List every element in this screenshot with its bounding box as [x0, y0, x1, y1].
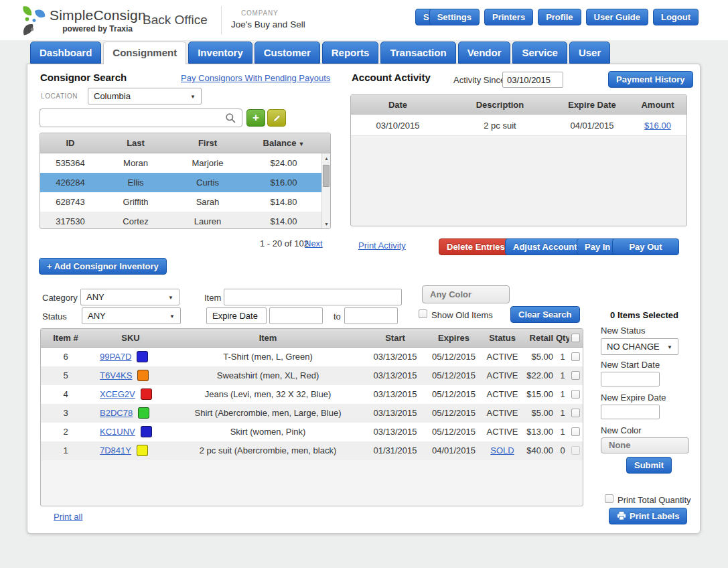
tab[interactable]: Reports: [322, 42, 379, 64]
activity-table-body: 03/10/2015 2 pc suit 04/01/2015 $16.00: [351, 115, 686, 136]
new-status-select[interactable]: NO CHANGE▼: [601, 338, 678, 355]
color-swatch: [137, 445, 148, 456]
status-select[interactable]: ANY▼: [82, 307, 181, 324]
nav-button[interactable]: Printers: [484, 9, 533, 25]
col-sku[interactable]: SKU: [90, 329, 171, 347]
amount-link[interactable]: $16.00: [644, 121, 671, 131]
col-item-num[interactable]: Item #: [41, 329, 90, 347]
col-qty[interactable]: Qty: [556, 329, 569, 347]
tab[interactable]: Vendor: [458, 42, 511, 64]
any-color-button[interactable]: Any Color: [422, 285, 510, 303]
consignor-search-input[interactable]: [40, 109, 242, 127]
add-consignor-inventory-button[interactable]: + Add Consignor Inventory: [39, 258, 167, 275]
consignor-row[interactable]: 535364 Moran Marjorie $24.00: [40, 153, 323, 173]
tab[interactable]: Consignment: [103, 42, 186, 64]
col-start[interactable]: Start: [365, 329, 425, 347]
clear-search-button[interactable]: Clear Search: [510, 306, 580, 323]
category-select[interactable]: ANY▼: [80, 289, 179, 305]
col-amount[interactable]: Amount: [629, 95, 686, 115]
consignor-row[interactable]: 426284 Ellis Curtis $16.00: [40, 173, 323, 192]
scroll-down-icon[interactable]: ▼: [322, 220, 331, 228]
col-balance[interactable]: Balance▼: [244, 133, 323, 153]
simpleconsign-logo-icon: [19, 5, 47, 36]
sku-link[interactable]: XCEG2V: [100, 389, 135, 399]
add-consignor-button[interactable]: +: [246, 109, 265, 127]
consignor-row[interactable]: 628743 Griffith Sarah $14.80: [40, 192, 323, 212]
col-id[interactable]: ID: [40, 133, 100, 153]
scrollbar-thumb[interactable]: [323, 165, 330, 187]
pay-out-button[interactable]: Pay Out: [612, 238, 679, 255]
pending-payouts-link[interactable]: Pay Consignors With Pending Payouts: [181, 73, 330, 83]
nav-button[interactable]: Profile: [538, 9, 581, 25]
edit-consignor-button[interactable]: [267, 109, 286, 127]
scroll-up-icon[interactable]: ▲: [322, 154, 331, 163]
col-retail[interactable]: Retail: [522, 329, 556, 347]
col-description[interactable]: Description: [445, 95, 555, 115]
status-value: ACTIVE: [487, 408, 518, 418]
payment-history-button[interactable]: Payment History: [608, 71, 693, 88]
tab[interactable]: Service: [512, 42, 567, 64]
sku-link[interactable]: KC1UNV: [100, 427, 135, 437]
tab[interactable]: User: [569, 42, 610, 64]
consignor-row[interactable]: 317530 Cortez Lauren $14.00: [40, 212, 323, 229]
activity-row[interactable]: 03/10/2015 2 pc suit 04/01/2015 $16.00: [351, 115, 686, 136]
new-color-button[interactable]: None: [601, 437, 689, 453]
brand-name: SimpleConsign: [50, 7, 146, 23]
next-page-link[interactable]: Next: [305, 238, 323, 248]
print-total-quantity-checkbox[interactable]: [605, 494, 613, 503]
row-checkbox[interactable]: [571, 352, 580, 361]
col-status[interactable]: Status: [482, 329, 522, 347]
item-filter-input[interactable]: [224, 289, 402, 305]
row-checkbox[interactable]: [571, 427, 580, 436]
row-checkbox[interactable]: [571, 371, 580, 380]
tab[interactable]: Customer: [254, 42, 320, 64]
expire-date-select[interactable]: Expire Date▼: [206, 307, 267, 324]
consignor-search-title: Consignor Search: [40, 72, 127, 83]
status-value: ACTIVE: [487, 389, 518, 399]
date-from-input[interactable]: [269, 307, 323, 324]
location-select[interactable]: Columbia ▼: [88, 88, 202, 104]
nav-button[interactable]: User Guide: [586, 9, 648, 25]
col-expires[interactable]: Expires: [425, 329, 482, 347]
chevron-down-icon: ▼: [667, 340, 672, 355]
show-old-items-checkbox[interactable]: [419, 309, 427, 318]
select-all-checkbox[interactable]: [571, 334, 580, 342]
new-start-date-input[interactable]: [601, 372, 660, 386]
sku-link[interactable]: T6V4KS: [100, 370, 132, 380]
brand-tagline: powered by Traxia: [50, 24, 133, 33]
col-expire-date[interactable]: Expire Date: [555, 95, 629, 115]
sort-desc-icon: ▼: [298, 141, 304, 147]
col-item[interactable]: Item: [171, 329, 365, 347]
inventory-row: 4 XCEG2V Jeans (Levi, men, 32 X 32, Blue…: [41, 385, 583, 404]
sku-link[interactable]: 99PA7D: [100, 352, 131, 362]
delete-entries-button[interactable]: Delete Entries: [439, 238, 513, 255]
new-expire-date-input[interactable]: [601, 405, 660, 419]
print-total-quantity-label: Print Total Quantity: [617, 495, 691, 505]
color-swatch: [141, 388, 152, 400]
date-to-input[interactable]: [344, 307, 398, 324]
print-all-link[interactable]: Print all: [54, 512, 82, 522]
tab[interactable]: Dashboard: [30, 42, 101, 64]
items-selected-count: 0 Items Selected: [597, 310, 691, 320]
print-activity-link[interactable]: Print Activity: [358, 240, 406, 251]
nav-button[interactable]: Settings: [429, 9, 480, 25]
tab[interactable]: Inventory: [188, 42, 252, 64]
col-last[interactable]: Last: [100, 133, 171, 153]
inventory-row: 1 7D841Y 2 pc suit (Abercrombie, men, bl…: [41, 441, 583, 460]
submit-button[interactable]: Submit: [626, 457, 672, 474]
nav-button[interactable]: Logout: [653, 9, 699, 25]
row-checkbox[interactable]: [571, 390, 580, 399]
top-nav-buttons: SettingsPrintersProfileUser GuideLogout: [429, 9, 699, 25]
sku-link[interactable]: B2DC78: [100, 408, 133, 418]
row-checkbox[interactable]: [571, 409, 580, 417]
row-checkbox[interactable]: [571, 446, 580, 455]
consignor-scrollbar[interactable]: ▲ ▼: [321, 153, 330, 229]
tab[interactable]: Transaction: [380, 42, 455, 64]
adjust-account-button[interactable]: Adjust Account: [505, 238, 585, 255]
sku-link[interactable]: 7D841Y: [100, 445, 131, 455]
status-value: SOLD: [490, 445, 514, 455]
print-labels-button[interactable]: Print Labels: [609, 508, 687, 524]
activity-since-input[interactable]: [502, 72, 563, 88]
col-date[interactable]: Date: [351, 95, 445, 115]
col-first[interactable]: First: [171, 133, 244, 153]
